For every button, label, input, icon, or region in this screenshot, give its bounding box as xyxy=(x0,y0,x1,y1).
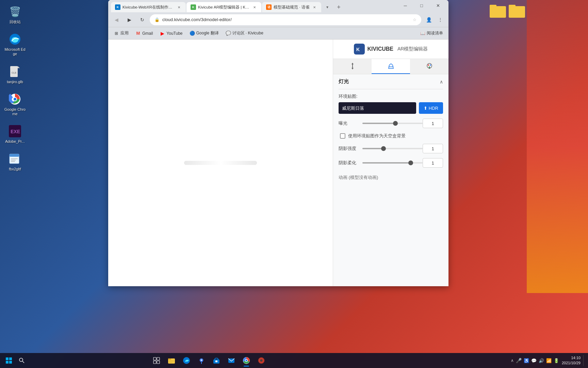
shadow-softness-label: 阴影柔化 xyxy=(339,160,362,166)
browser-tab-1[interactable]: K Kivicube-WebXR在线制作平台 ✕ xyxy=(111,2,186,12)
tab1-favicon: K xyxy=(115,4,120,10)
system-clock[interactable]: 14:10 2021/10/29 xyxy=(562,355,581,366)
store-icon xyxy=(213,357,220,364)
taskbar-mail-button[interactable] xyxy=(225,354,238,367)
tabs-dropdown-button[interactable]: ▾ xyxy=(323,2,332,12)
desktop-icon-recycle-bin[interactable]: 🗑️ 回收站 xyxy=(3,3,27,26)
svg-point-11 xyxy=(14,98,16,101)
profile-button[interactable]: 👤 xyxy=(423,14,434,25)
adobe-pr-label: Adobe_Pr... xyxy=(5,139,25,144)
tab3-close-button[interactable]: ✕ xyxy=(312,4,317,10)
minimize-button[interactable]: ─ xyxy=(397,1,413,10)
taskbar-chrome-button[interactable] xyxy=(240,354,253,367)
env-map-dropdown[interactable]: 威尼斯日落 xyxy=(339,102,416,114)
svg-rect-1 xyxy=(490,5,496,7)
back-button[interactable]: ◀ xyxy=(111,14,122,25)
edge-label: Microsoft Edge xyxy=(4,47,26,56)
svg-text:EXE: EXE xyxy=(11,129,20,134)
tray-network-icon[interactable]: 💬 xyxy=(531,358,537,363)
chrome-icon xyxy=(8,92,22,106)
svg-rect-3 xyxy=(509,5,516,7)
lighting-title: 灯光 xyxy=(339,78,349,85)
tray-arrow-icon[interactable]: ∧ xyxy=(511,358,514,363)
bookmark-youtube[interactable]: ▶ YouTube xyxy=(157,29,185,37)
tanjiro-glb-icon: GLB xyxy=(8,65,22,78)
desktop-icon-adobe-pr[interactable]: EXE Adobe_Pr... xyxy=(3,123,27,145)
skybox-checkbox[interactable] xyxy=(340,133,345,139)
mail-icon xyxy=(228,357,235,364)
tab-color[interactable] xyxy=(410,59,448,74)
lighting-divider xyxy=(339,89,443,89)
bookmark-apps[interactable]: ⊞ 应用 xyxy=(111,29,131,37)
skybox-label: 使用环境贴图作为天空盒背景 xyxy=(348,133,406,139)
tray-volume-icon[interactable]: 🔊 xyxy=(539,358,544,363)
shadow-softness-value[interactable]: 1 xyxy=(423,158,443,168)
svg-rect-31 xyxy=(9,357,12,360)
bookmark-youtube-label: YouTube xyxy=(166,31,182,36)
chrome-label: Google Chrome xyxy=(4,107,26,116)
folder-yellow-icon[interactable] xyxy=(490,3,506,18)
browser-tab-3[interactable]: 语 模型基础规范 · 语雀 ✕ xyxy=(262,2,321,12)
address-bar[interactable]: 🔒 cloud.kivicube.com/3dmodel-editor/ ☆ xyxy=(150,14,421,25)
exposure-thumb[interactable] xyxy=(393,121,398,126)
svg-rect-39 xyxy=(157,361,160,364)
show-desktop-button[interactable] xyxy=(583,355,585,366)
tab1-close-button[interactable]: ✕ xyxy=(176,4,182,10)
recycle-bin-label: 回收站 xyxy=(10,20,21,24)
reading-list-button[interactable]: 📖 阅读清单 xyxy=(418,29,446,37)
forward-button[interactable]: ▶ xyxy=(124,14,135,25)
exposure-row: 曝光 1 xyxy=(339,119,443,128)
desktop-icon-tanjiro[interactable]: GLB tanjiro.glb xyxy=(3,63,27,86)
taskbar-maps-button[interactable] xyxy=(195,354,208,367)
loading-bar xyxy=(184,161,257,165)
tray-battery-icon[interactable]: 🔋 xyxy=(554,358,559,363)
shadow-softness-slider-container xyxy=(362,162,423,164)
desktop-icon-fbx2gltf[interactable]: fbx2gltf xyxy=(3,151,27,173)
bookmark-star-icon[interactable]: ☆ xyxy=(413,17,416,22)
tab2-favicon: K xyxy=(191,4,196,10)
close-button[interactable]: ✕ xyxy=(430,1,446,10)
shadow-intensity-value[interactable]: 1 xyxy=(423,144,443,153)
bookmark-gmail[interactable]: M Gmail xyxy=(133,29,156,37)
desktop-icon-edge[interactable]: Microsoft Edge xyxy=(3,31,27,58)
canvas-area[interactable] xyxy=(108,40,333,286)
tray-accessibility-icon[interactable]: ♿ xyxy=(524,358,529,363)
taskbar-file-explorer-button[interactable] xyxy=(165,354,178,367)
exposure-value[interactable]: 1 xyxy=(423,119,443,128)
start-button[interactable] xyxy=(3,354,15,367)
taskbar-media-button[interactable] xyxy=(255,354,268,367)
edge-browser-icon xyxy=(183,357,190,364)
desktop-icon-chrome[interactable]: Google Chrome xyxy=(3,91,27,118)
svg-rect-41 xyxy=(168,358,171,360)
taskbar-search-button[interactable] xyxy=(15,354,29,367)
bookmark-kivicube-discuss[interactable]: 💬 讨论区 · Kivicube xyxy=(223,29,266,37)
svg-rect-43 xyxy=(169,361,174,362)
skybox-row: 使用环境贴图作为天空盒背景 xyxy=(339,133,443,139)
hdr-upload-button[interactable]: ⬆ HDR xyxy=(419,102,443,114)
svg-rect-49 xyxy=(215,361,217,362)
shadow-intensity-thumb[interactable] xyxy=(381,146,386,151)
browser-tab-2[interactable]: K Kivicube AR模型编辑器 | Kivise... ✕ xyxy=(186,2,261,12)
kivicube-logo: K xyxy=(354,44,365,55)
shadow-softness-thumb[interactable] xyxy=(408,160,413,165)
taskbar-task-view-button[interactable] xyxy=(150,354,163,367)
browser-window: K Kivicube-WebXR在线制作平台 ✕ K Kivicube AR模型… xyxy=(108,0,448,286)
bookmark-translate-label: Google 翻译 xyxy=(196,30,219,36)
tab-transform[interactable] xyxy=(333,59,372,74)
maximize-button[interactable]: □ xyxy=(414,1,429,10)
taskbar-store-button[interactable] xyxy=(210,354,223,367)
media-icon xyxy=(258,357,265,364)
right-panel: K KIVICUBE AR模型编辑器 xyxy=(333,40,448,286)
tab2-close-button[interactable]: ✕ xyxy=(252,4,257,10)
tab-material[interactable] xyxy=(372,59,410,74)
new-tab-button[interactable]: + xyxy=(334,2,344,12)
refresh-button[interactable]: ↻ xyxy=(137,14,148,25)
lighting-toggle-button[interactable]: ∧ xyxy=(440,79,443,85)
folder-yellow2-icon[interactable] xyxy=(509,3,525,18)
tray-wifi-icon[interactable]: 📶 xyxy=(546,358,552,363)
taskbar-edge-button[interactable] xyxy=(180,354,193,367)
menu-button[interactable]: ⋮ xyxy=(435,14,446,25)
svg-text:K: K xyxy=(356,47,360,52)
tray-mic-icon[interactable]: 🎤 xyxy=(516,358,522,363)
bookmark-google-translate[interactable]: 🔵 Google 翻译 xyxy=(187,29,222,37)
